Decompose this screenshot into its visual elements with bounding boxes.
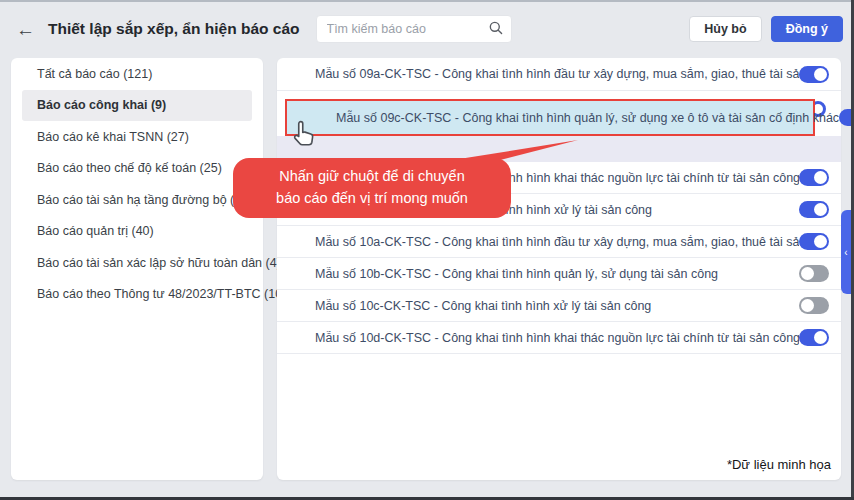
search-box [316,15,512,43]
report-row-10c[interactable]: Mẫu số 10c-CK-TSC - Công khai tình hình … [277,290,841,322]
search-input[interactable] [316,15,512,43]
collapse-panel-handle[interactable]: ‹ [841,210,851,294]
window-top-edge [0,0,854,2]
sidebar-item-accounting-regime[interactable]: Báo cáo theo chế độ kế toán (25) [22,153,252,185]
visibility-toggle[interactable] [799,169,829,186]
page-title: Thiết lập sắp xếp, ẩn hiện báo cáo [48,20,300,38]
report-label: Mẫu số 10c-CK-TSC - Công khai tình hình … [315,299,651,313]
report-label: Mẫu số 09a-CK-TSC - Công khai tình hình … [315,67,799,81]
visibility-toggle[interactable] [799,297,829,314]
callout-line-2: báo cáo đến vị trí mong muốn [276,188,468,210]
back-arrow-icon[interactable]: ← [16,20,35,39]
sidebar-item-public-reports[interactable]: Báo cáo công khai (9) [22,90,252,122]
sidebar-item-management[interactable]: Báo cáo quản trị (40) [22,216,252,248]
search-icon[interactable] [488,20,504,36]
report-label: Mẫu số 10d-CK-TSC - Công khai tình hình … [315,331,799,345]
sidebar-item-tsnn-declaration[interactable]: Báo cáo kê khai TSNN (27) [22,121,252,153]
report-category-sidebar: Tất cả báo cáo (121) Báo cáo công khai (… [11,58,263,480]
callout-line-1: Nhấn giữ chuột để di chuyển [279,166,464,188]
report-row-09a[interactable]: Mẫu số 09a-CK-TSC - Công khai tình hình … [277,58,841,91]
sidebar-item-all-reports[interactable]: Tất cả báo cáo (121) [22,58,252,90]
sidebar-item-public-ownership[interactable]: Báo cáo tài sản xác lập sở hữu toàn dân … [22,247,252,279]
app-window: ← Thiết lập sắp xếp, ẩn hiện báo cáo Hủy… [0,0,854,500]
header-bar: ← Thiết lập sắp xếp, ẩn hiện báo cáo Hủy… [0,2,851,56]
visibility-toggle[interactable] [799,233,829,250]
demo-data-footnote: *Dữ liệu minh họa [727,457,831,472]
report-label: Mẫu số 10a-CK-TSC - Công khai tình hình … [315,235,799,249]
visibility-toggle[interactable] [799,201,829,218]
visibility-toggle[interactable] [799,265,829,282]
drag-instruction-callout: Nhấn giữ chuột để di chuyển báo cáo đến … [233,158,511,218]
report-label: Mẫu số 09c-CK-TSC - Công khai tình hình … [336,111,839,125]
report-row-10b[interactable]: Mẫu số 10b-CK-TSC - Công khai tình hình … [277,258,841,290]
confirm-button[interactable]: Đồng ý [771,16,843,42]
report-row-10a[interactable]: Mẫu số 10a-CK-TSC - Công khai tình hình … [277,226,841,258]
sidebar-item-circular-48[interactable]: Báo cáo theo Thông tư 48/2023/TT-BTC (10… [22,279,252,311]
hand-cursor-icon [292,118,317,149]
report-row-09c-dragged[interactable]: Mẫu số 09c-CK-TSC - Công khai tình hình … [285,99,815,136]
cancel-button[interactable]: Hủy bỏ [689,16,761,42]
visibility-toggle[interactable] [799,66,829,83]
sidebar-item-road-infrastructure[interactable]: Báo cáo tài sản hạ tầng đường bộ (6) [22,184,252,216]
report-label: Mẫu số 10b-CK-TSC - Công khai tình hình … [315,267,718,281]
report-row-10d[interactable]: Mẫu số 10d-CK-TSC - Công khai tình hình … [277,322,841,354]
chevron-left-icon: ‹ [844,247,847,258]
visibility-toggle[interactable] [799,329,829,346]
report-list-panel: Mẫu số 09a-CK-TSC - Công khai tình hình … [277,58,841,480]
